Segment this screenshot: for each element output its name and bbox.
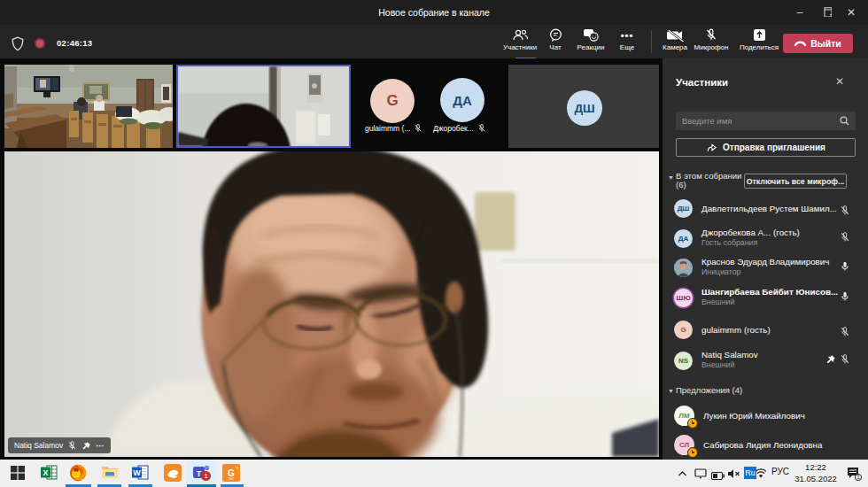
- svg-text:X: X: [43, 468, 48, 477]
- svg-text:W: W: [133, 468, 141, 477]
- svg-text:ПБТ: ПБТ: [229, 477, 235, 481]
- svg-text:1: 1: [856, 474, 860, 480]
